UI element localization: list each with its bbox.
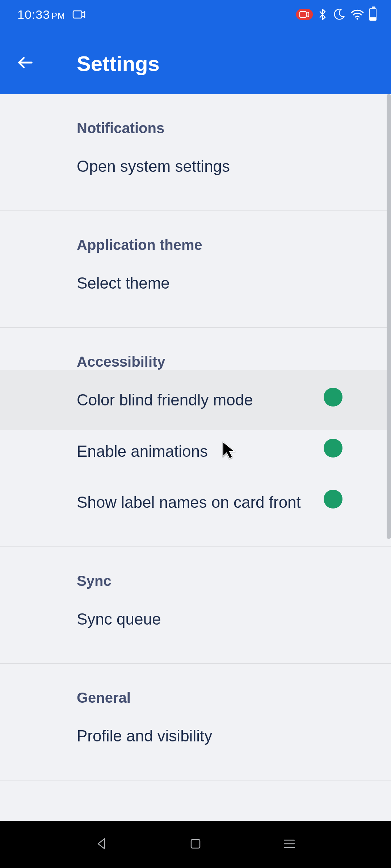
section-header-general: General	[0, 664, 391, 706]
status-bar: 10:33PM	[0, 0, 391, 29]
square-home-icon	[190, 838, 201, 851]
status-left: 10:33PM	[17, 8, 86, 22]
item-label: Show label names on card front	[77, 492, 340, 512]
back-button[interactable]	[0, 53, 51, 73]
item-profile-visibility[interactable]: Profile and visibility	[0, 706, 391, 766]
wifi-icon	[350, 9, 364, 20]
scrollbar-thumb[interactable]	[387, 94, 391, 539]
section-sync: Sync Sync queue	[0, 547, 391, 664]
section-header-theme: Application theme	[0, 211, 391, 253]
svg-rect-1	[300, 12, 306, 17]
page-title: Settings	[51, 51, 160, 76]
section-general: General Profile and visibility	[0, 664, 391, 780]
svg-rect-3	[191, 839, 200, 848]
toggle-colorblind[interactable]	[340, 390, 377, 410]
nav-recents-button[interactable]	[283, 838, 296, 851]
item-label: Select theme	[77, 273, 377, 293]
bluetooth-icon	[318, 8, 327, 21]
system-nav-bar	[0, 821, 391, 868]
toggle-thumb	[324, 439, 342, 458]
toggle-animations[interactable]	[340, 441, 377, 461]
item-enable-animations[interactable]: Enable animations	[0, 430, 391, 481]
settings-content[interactable]: Notifications Open system settings Appli…	[0, 94, 391, 821]
section-theme: Application theme Select theme	[0, 211, 391, 328]
dnd-moon-icon	[332, 8, 345, 21]
item-sync-queue[interactable]: Sync queue	[0, 589, 391, 649]
arrow-left-icon	[16, 53, 35, 73]
screen-record-icon	[72, 9, 86, 20]
recording-badge-icon	[296, 9, 313, 20]
triangle-back-icon	[95, 837, 108, 852]
item-show-label-names[interactable]: Show label names on card front	[0, 481, 391, 532]
section-notifications: Notifications Open system settings	[0, 94, 391, 211]
toggle-thumb	[324, 388, 342, 407]
status-time-value: 10:33	[17, 8, 50, 21]
item-colorblind-mode[interactable]: Color blind friendly mode	[0, 370, 391, 430]
item-label: Profile and visibility	[77, 726, 377, 746]
status-time: 10:33PM	[17, 8, 65, 22]
toggle-label-names[interactable]	[340, 492, 377, 512]
item-select-theme[interactable]: Select theme	[0, 253, 391, 313]
item-label: Sync queue	[77, 609, 377, 629]
hamburger-recents-icon	[283, 838, 296, 851]
app-bar: Settings	[0, 29, 391, 94]
battery-icon	[369, 8, 377, 21]
section-header-accessibility: Accessibility	[0, 328, 391, 370]
svg-point-2	[357, 18, 358, 20]
status-right	[296, 8, 377, 21]
section-header-notifications: Notifications	[0, 94, 391, 136]
nav-back-button[interactable]	[95, 837, 108, 852]
item-label: Open system settings	[77, 156, 377, 176]
item-open-system-settings[interactable]: Open system settings	[0, 136, 391, 196]
status-ampm: PM	[51, 11, 65, 21]
item-label: Color blind friendly mode	[77, 390, 340, 410]
item-label: Enable animations	[77, 441, 340, 461]
section-header-sync: Sync	[0, 547, 391, 589]
nav-home-button[interactable]	[190, 838, 201, 851]
section-accessibility: Accessibility Color blind friendly mode …	[0, 328, 391, 547]
svg-rect-0	[73, 11, 82, 18]
toggle-thumb	[324, 490, 342, 509]
